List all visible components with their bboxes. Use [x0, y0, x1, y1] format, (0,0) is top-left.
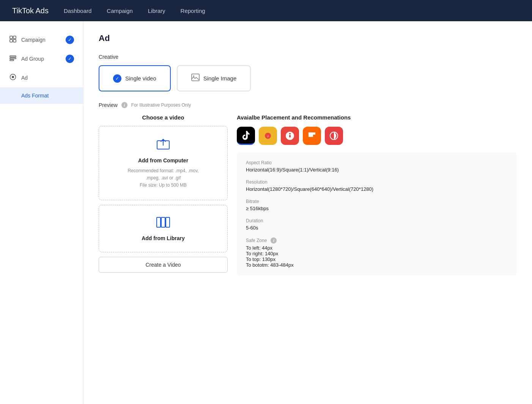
resolution-val: Horizontal(1280*720)/Square(640*640)/Ver… — [246, 186, 508, 192]
specs-container: Aspect Ratio Horizontal(16:9)/Square(1:1… — [237, 152, 517, 275]
campaign-check: ✓ — [66, 36, 74, 44]
sidebar-item-adsformat[interactable]: Ads Format — [0, 87, 83, 104]
spec-safezone: Safe Zone i To left: 44px To right: 140p… — [246, 237, 508, 268]
safezone-label: Safe Zone i — [246, 237, 508, 244]
sidebar-item-adgroup[interactable]: Ad Group ✓ — [0, 49, 83, 68]
sidebar-adgroup-label: Ad Group — [21, 56, 61, 62]
info-icon: i — [121, 102, 127, 108]
sidebar: Campaign ✓ Ad Group ✓ Ad Ads Format — [0, 21, 83, 404]
safezone-left: To left: 44px — [246, 245, 508, 251]
preview-label: Preview — [99, 102, 118, 108]
upload-computer-desc: Recommended format: .mp4, .mov, .mpeg, .… — [127, 167, 198, 189]
library-icon — [156, 216, 170, 231]
nav-reporting[interactable]: Reporting — [181, 6, 205, 16]
aspect-ratio-val: Horizontal(16:9)/Square(1:1)/Vertical(9:… — [246, 167, 508, 173]
single-video-card[interactable]: ✓ Single video — [99, 65, 171, 91]
svg-text:♪: ♪ — [267, 134, 269, 138]
upload-computer-title: Add from Computer — [138, 157, 188, 163]
spec-resolution: Resolution Horizontal(1280*720)/Square(6… — [246, 179, 508, 192]
svg-rect-14 — [166, 217, 170, 227]
platform-icons: ♪ — [237, 127, 517, 145]
right-panel: Avaialbe Placement and Recommenations — [237, 114, 517, 275]
creative-section: Creative ✓ Single video Single Image — [99, 54, 517, 91]
nav-dashboard[interactable]: Dashboard — [64, 6, 91, 16]
duration-label: Duration — [246, 218, 508, 223]
svg-rect-2 — [10, 39, 13, 42]
safezone-info-icon: i — [271, 237, 277, 244]
platform-tiktok[interactable] — [237, 127, 255, 145]
sidebar-campaign-label: Campaign — [21, 37, 61, 43]
sidebar-item-ad[interactable]: Ad — [0, 68, 83, 87]
spec-duration: Duration 5-60s — [246, 218, 508, 231]
choose-video-title: Choose a video — [99, 114, 228, 121]
upload-computer-icon — [156, 137, 171, 154]
adgroup-icon — [9, 55, 17, 63]
aspect-ratio-label: Aspect Ratio — [246, 160, 508, 165]
placement-title: Avaialbe Placement and Recommenations — [237, 114, 517, 121]
spec-aspect-ratio: Aspect Ratio Horizontal(16:9)/Square(1:1… — [246, 160, 508, 173]
spec-bitrate: Bitrate ≥ 516kbps — [246, 199, 508, 211]
svg-rect-3 — [13, 39, 16, 42]
adgroup-check: ✓ — [66, 55, 74, 63]
sidebar-item-campaign[interactable]: Campaign ✓ — [0, 30, 83, 49]
main-content: Ad Creative ✓ Single video Single Image … — [83, 21, 532, 404]
platform-fizzo[interactable] — [281, 127, 299, 145]
single-video-label: Single video — [125, 75, 156, 82]
svg-rect-1 — [13, 36, 16, 39]
safezone-top: To top: 130px — [246, 256, 508, 262]
safezone-bottom: To bototm: 483-484px — [246, 262, 508, 268]
svg-rect-5 — [10, 58, 16, 59]
ad-icon — [9, 74, 17, 82]
platform-babe[interactable] — [303, 127, 321, 145]
main-layout: Campaign ✓ Ad Group ✓ Ad Ads Format Ad C… — [0, 21, 532, 404]
svg-point-8 — [12, 76, 14, 78]
svg-rect-4 — [10, 56, 16, 57]
preview-note: For Illustrative Purposes Only — [131, 102, 191, 108]
creative-label: Creative — [99, 54, 517, 60]
nav-links: Dashboard Campaign Library Reporting — [64, 6, 205, 16]
preview-header: Preview i For Illustrative Purposes Only — [99, 102, 517, 108]
logo: TikTok Ads — [12, 6, 49, 15]
svg-rect-12 — [157, 217, 161, 227]
platform-pangle[interactable] — [325, 127, 343, 145]
svg-rect-6 — [10, 60, 14, 61]
campaign-icon — [9, 36, 17, 44]
svg-rect-0 — [10, 36, 13, 39]
resolution-label: Resolution — [246, 179, 508, 185]
top-navigation: TikTok Ads Dashboard Campaign Library Re… — [0, 0, 532, 21]
nav-campaign[interactable]: Campaign — [107, 6, 132, 16]
bitrate-val: ≥ 516kbps — [246, 206, 508, 211]
logo-ads: Ads — [34, 6, 49, 15]
page-title: Ad — [99, 33, 517, 43]
sidebar-ad-label: Ad — [21, 75, 74, 81]
add-from-library-box[interactable]: Add from Library — [99, 205, 228, 252]
add-from-computer-box[interactable]: Add from Computer Recommended format: .m… — [99, 126, 228, 200]
upload-container: Choose a video Add from Computer Recomme… — [99, 114, 228, 273]
sidebar-adsformat-label: Ads Format — [21, 93, 74, 99]
single-image-label: Single Image — [203, 75, 237, 82]
single-image-icon — [191, 74, 200, 83]
content-area: Choose a video Add from Computer Recomme… — [99, 114, 517, 275]
platform-topbuzz[interactable]: ♪ — [259, 127, 277, 145]
library-title: Add from Library — [142, 235, 185, 241]
creative-options: ✓ Single video Single Image — [99, 65, 517, 91]
nav-library[interactable]: Library — [148, 6, 165, 16]
svg-point-10 — [193, 75, 194, 77]
logo-tiktok: TikTok — [12, 6, 34, 15]
safezone-right: To right: 140px — [246, 251, 508, 256]
duration-val: 5-60s — [246, 225, 508, 231]
create-video-button[interactable]: Create a Video — [99, 257, 228, 273]
single-video-check: ✓ — [113, 74, 121, 83]
single-image-card[interactable]: Single Image — [177, 65, 251, 91]
svg-rect-13 — [161, 217, 165, 227]
bitrate-label: Bitrate — [246, 199, 508, 204]
